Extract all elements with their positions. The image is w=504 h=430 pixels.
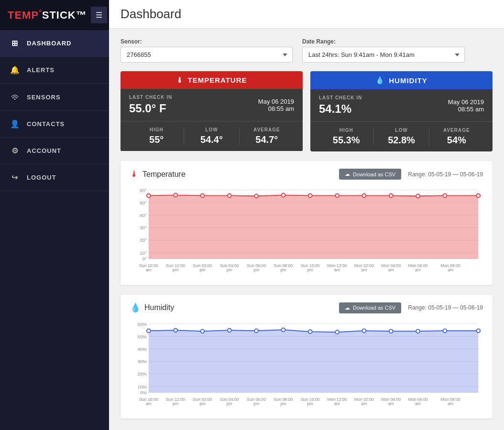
humidity-date-value: May 06 2019 bbox=[448, 98, 484, 106]
temp-checkin-label: LAST CHECK IN bbox=[129, 95, 172, 100]
temp-chart-header: 🌡 Temperature ☁ Download as CSV Range: 0… bbox=[130, 169, 483, 180]
cloud-download-icon: ☁ bbox=[345, 171, 350, 177]
humidity-low-value: 52.8% bbox=[374, 135, 428, 146]
svg-point-22 bbox=[308, 194, 312, 197]
temp-chart-title: Temperature bbox=[142, 170, 186, 179]
svg-text:40%: 40% bbox=[138, 346, 147, 352]
logout-icon: ↪ bbox=[10, 173, 20, 182]
logo-degree: ° bbox=[39, 9, 42, 16]
temp-high-label: HIGH bbox=[129, 127, 184, 132]
sidebar-item-label: SENSORS bbox=[27, 94, 61, 101]
alerts-icon: 🔔 bbox=[10, 65, 20, 75]
humidity-chart-controls: ☁ Download as CSV Range: 05-05-19 — 05-0… bbox=[339, 302, 483, 313]
svg-point-24 bbox=[362, 194, 366, 197]
temp-download-label: Download as CSV bbox=[353, 172, 395, 177]
humidity-chart-svg: 60% 50% 40% 30% 20% 10% 0% bbox=[130, 319, 483, 408]
humidity-high-col: HIGH 55.3% bbox=[319, 128, 373, 146]
page-title: Dashboard bbox=[121, 7, 181, 22]
date-label: Date Range: bbox=[302, 38, 465, 45]
svg-text:pm: pm bbox=[280, 401, 286, 406]
humidity-title: HUMIDITY bbox=[389, 76, 427, 85]
svg-text:pm: pm bbox=[227, 268, 232, 272]
temp-download-button[interactable]: ☁ Download as CSV bbox=[339, 169, 401, 180]
svg-text:40°: 40° bbox=[140, 213, 147, 218]
humidity-checkin-value: 54.1% bbox=[319, 102, 362, 116]
humidity-date: May 06 2019 08:55 am bbox=[448, 98, 484, 113]
svg-point-26 bbox=[416, 194, 420, 198]
sidebar-item-label: ALERTS bbox=[27, 66, 55, 74]
sidebar-item-label: ACCOUNT bbox=[27, 147, 61, 154]
svg-point-78 bbox=[416, 329, 420, 333]
logo-temp: TEMP bbox=[8, 9, 39, 21]
svg-point-27 bbox=[443, 194, 447, 197]
sensor-label: Sensor: bbox=[121, 38, 293, 45]
svg-point-69 bbox=[174, 328, 177, 332]
svg-point-21 bbox=[282, 194, 285, 197]
humidity-high-label: HIGH bbox=[319, 128, 373, 133]
temp-time-value: 08:55 am bbox=[258, 105, 294, 112]
sidebar-item-sensors[interactable]: SENSORS bbox=[0, 84, 109, 111]
logo-stick: STICK bbox=[42, 9, 76, 21]
temp-avg-label: AVERAGE bbox=[240, 127, 294, 132]
humidity-low-label: LOW bbox=[374, 128, 428, 133]
svg-text:am: am bbox=[415, 401, 421, 406]
svg-text:am: am bbox=[361, 268, 367, 272]
date-range-select[interactable]: Last 24hrs: Sun 9:41am - Mon 9:41am bbox=[302, 47, 465, 63]
logo: TEMP°STICK™ bbox=[8, 9, 87, 22]
sidebar-item-contacts[interactable]: 👤 CONTACTS bbox=[0, 111, 109, 138]
temp-title: TEMPERATURE bbox=[187, 76, 247, 84]
humidity-avg-label: AVERAGE bbox=[429, 128, 484, 133]
dashboard-icon: ⊞ bbox=[10, 39, 20, 48]
sensor-select[interactable]: 2766855 bbox=[121, 47, 293, 63]
temp-chart-icon: 🌡 bbox=[130, 169, 139, 179]
hamburger-button[interactable]: ☰ bbox=[91, 7, 107, 23]
main-header: Dashboard bbox=[109, 0, 504, 29]
svg-text:0°: 0° bbox=[142, 256, 147, 261]
svg-point-76 bbox=[362, 329, 366, 333]
svg-point-73 bbox=[282, 328, 285, 332]
svg-text:am: am bbox=[415, 268, 421, 272]
humidity-card-body: LAST CHECK IN 54.1% May 06 2019 08:55 am… bbox=[310, 89, 493, 151]
temp-date: May 06 2019 08:55 am bbox=[258, 98, 294, 112]
temp-card-body: LAST CHECK IN 55.0° F May 06 2019 08:55 … bbox=[121, 89, 303, 151]
humidity-bottom-row: HIGH 55.3% LOW 52.8% AVERAGE 54% bbox=[310, 122, 493, 151]
sidebar-item-account[interactable]: ⚙ ACCOUNT bbox=[0, 138, 109, 164]
sidebar-item-logout[interactable]: ↪ LOGOUT bbox=[0, 164, 109, 191]
svg-text:pm: pm bbox=[173, 268, 178, 272]
svg-point-20 bbox=[254, 194, 258, 198]
thermometer-icon: 🌡 bbox=[176, 76, 184, 84]
temp-high-value: 55° bbox=[129, 134, 184, 145]
humidity-chart-header: 💧 Humidity ☁ Download as CSV Range: 05-0… bbox=[130, 302, 483, 313]
svg-text:0%: 0% bbox=[140, 390, 147, 395]
svg-text:10°: 10° bbox=[140, 250, 147, 256]
svg-point-16 bbox=[147, 194, 151, 197]
svg-point-70 bbox=[201, 329, 205, 333]
svg-point-77 bbox=[389, 329, 393, 333]
svg-point-74 bbox=[308, 330, 312, 333]
humidity-avg-col: AVERAGE 54% bbox=[429, 128, 484, 146]
svg-point-68 bbox=[147, 329, 151, 333]
logo-area: TEMP°STICK™ ☰ bbox=[0, 0, 109, 30]
contacts-icon: 👤 bbox=[10, 119, 20, 129]
svg-point-17 bbox=[174, 194, 177, 197]
sidebar-item-dashboard[interactable]: ⊞ DASHBOARD bbox=[0, 30, 109, 57]
humidity-download-label: Download as CSV bbox=[353, 305, 395, 311]
temp-chart-title-group: 🌡 Temperature bbox=[130, 169, 186, 179]
temp-avg-col: AVERAGE 54.7° bbox=[239, 127, 294, 145]
svg-point-79 bbox=[443, 329, 447, 333]
temp-chart-controls: ☁ Download as CSV Range: 05-05-19 — 05-0… bbox=[339, 169, 483, 180]
svg-text:50°: 50° bbox=[140, 200, 147, 205]
temp-avg-value: 54.7° bbox=[240, 134, 294, 145]
sidebar: TEMP°STICK™ ☰ ⊞ DASHBOARD 🔔 ALERTS SENSO… bbox=[0, 0, 109, 430]
sidebar-item-label: CONTACTS bbox=[27, 120, 65, 128]
svg-point-23 bbox=[335, 194, 339, 197]
humidity-checkin-label: LAST CHECK IN bbox=[319, 95, 362, 100]
controls-row: Sensor: 2766855 Date Range: Last 24hrs: … bbox=[121, 38, 493, 63]
svg-text:pm: pm bbox=[253, 401, 259, 406]
account-icon: ⚙ bbox=[10, 146, 20, 155]
sidebar-item-alerts[interactable]: 🔔 ALERTS bbox=[0, 57, 109, 84]
humidity-chart-title-group: 💧 Humidity bbox=[130, 302, 174, 313]
humidity-download-button[interactable]: ☁ Download as CSV bbox=[339, 302, 401, 313]
svg-point-80 bbox=[476, 329, 480, 333]
content-area: Sensor: 2766855 Date Range: Last 24hrs: … bbox=[109, 29, 504, 430]
